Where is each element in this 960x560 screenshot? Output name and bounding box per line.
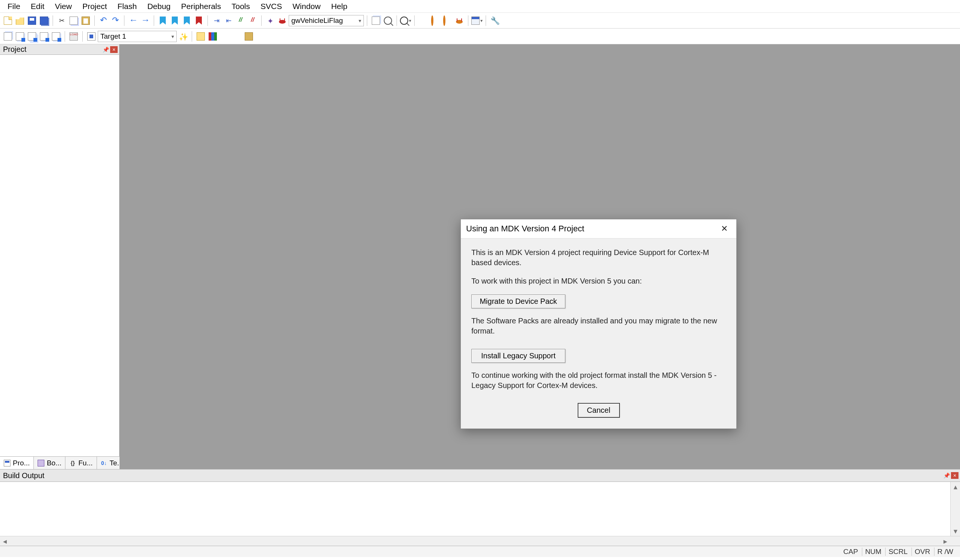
target-options-button[interactable]	[86, 31, 97, 42]
project-panel-label: Project	[3, 45, 26, 54]
indent-button[interactable]: ⇥	[211, 15, 222, 26]
redo-icon: ↷	[111, 16, 120, 25]
dialog-lead-text: To work with this project in MDK Version…	[471, 276, 726, 286]
bookmark-clear-button[interactable]	[193, 15, 205, 26]
project-panel: Project 📌 × Pro... Bo... {}Fu... 0↓Te...	[0, 44, 120, 469]
bookmark-prev-icon	[172, 16, 178, 25]
templates-tab-icon: 0↓	[101, 460, 107, 466]
download-icon: LOAD	[70, 32, 78, 41]
arrow-right-icon: →	[141, 16, 149, 25]
configure-button[interactable]: 🔧	[489, 15, 500, 26]
bookmark-clear-icon	[196, 16, 202, 25]
zoom-button[interactable]: ▾	[400, 15, 411, 26]
menu-window[interactable]: Window	[287, 0, 326, 13]
nav-back-button[interactable]: ←	[127, 15, 139, 26]
menu-edit[interactable]: Edit	[26, 0, 50, 13]
save-all-button[interactable]	[38, 15, 50, 26]
tab-functions[interactable]: {}Fu...	[66, 457, 97, 469]
manage-rte-button[interactable]	[219, 31, 230, 42]
project-tree[interactable]	[0, 55, 119, 456]
toolbar-build: LOAD Target 1 ▾ ✨	[0, 29, 960, 44]
menu-peripherals[interactable]: Peripherals	[176, 0, 226, 13]
bookmark-prev-button[interactable]	[169, 15, 181, 26]
save-icon	[28, 16, 36, 25]
pack-installer-button[interactable]	[231, 31, 242, 42]
menu-help[interactable]: Help	[326, 0, 353, 13]
status-cap: CAP	[840, 547, 861, 556]
panel-close-button[interactable]: ×	[951, 472, 958, 479]
save-button[interactable]	[26, 15, 38, 26]
close-icon: ×	[953, 472, 956, 479]
uncomment-button[interactable]: //	[247, 15, 258, 26]
debug-button[interactable]	[277, 15, 288, 26]
rebuild-button[interactable]	[26, 31, 38, 42]
panel-pin-button[interactable]: 📌	[943, 472, 950, 479]
install-legacy-support-button[interactable]: Install Legacy Support	[471, 349, 565, 363]
scroll-up-button[interactable]: ▴	[950, 482, 960, 491]
bookmark-icon	[160, 16, 166, 25]
scroll-down-button[interactable]: ▾	[950, 526, 960, 536]
comment-icon: //	[237, 16, 245, 25]
menu-svcs[interactable]: SVCS	[255, 0, 287, 13]
manage-books-button[interactable]	[207, 31, 218, 42]
dialog-close-button[interactable]: ✕	[718, 223, 731, 235]
breakpoint-disable-button[interactable]	[430, 15, 441, 26]
file-ext-button[interactable]	[195, 31, 206, 42]
breakpoint-button[interactable]	[418, 15, 429, 26]
tab-project[interactable]: Pro...	[0, 457, 34, 469]
target-combo-value: Target 1	[100, 32, 126, 41]
find-in-files-button[interactable]	[382, 15, 394, 26]
copy-button[interactable]	[68, 15, 79, 26]
menu-file[interactable]: File	[2, 0, 26, 13]
horizontal-scrollbar[interactable]: ◂ ▸	[0, 536, 960, 546]
menu-view[interactable]: View	[50, 0, 77, 13]
pack-button[interactable]	[243, 31, 254, 42]
migrate-device-pack-button[interactable]: Migrate to Device Pack	[471, 294, 565, 308]
menu-flash[interactable]: Flash	[112, 0, 142, 13]
target-combo[interactable]: Target 1 ▾	[98, 31, 177, 42]
build-button[interactable]	[14, 31, 26, 42]
new-file-button[interactable]	[2, 15, 14, 26]
options-button[interactable]: ✨	[178, 31, 189, 42]
menu-project[interactable]: Project	[77, 0, 112, 13]
stop-build-button[interactable]	[50, 31, 62, 42]
find-in-files-icon	[384, 16, 392, 25]
batch-build-button[interactable]	[38, 31, 50, 42]
nav-forward-button[interactable]: →	[139, 15, 151, 26]
goto-icon	[372, 16, 380, 25]
outdent-button[interactable]: ⇤	[223, 15, 234, 26]
menu-debug[interactable]: Debug	[142, 0, 176, 13]
macro-button[interactable]: ✦	[265, 15, 276, 26]
bookmark-toggle-button[interactable]	[157, 15, 168, 26]
redo-button[interactable]: ↷	[110, 15, 121, 26]
tab-books[interactable]: Bo...	[34, 457, 66, 469]
separator	[261, 15, 262, 26]
paste-icon	[82, 16, 90, 25]
breakpoint-window-button[interactable]	[454, 15, 465, 26]
download-button[interactable]: LOAD	[68, 31, 79, 42]
build-output-body[interactable]: ▴ ▾	[0, 482, 960, 536]
scroll-right-button[interactable]: ▸	[941, 536, 950, 546]
cut-button[interactable]: ✂	[56, 15, 67, 26]
vertical-scrollbar[interactable]: ▴ ▾	[950, 482, 960, 536]
save-all-icon	[40, 16, 48, 25]
breakpoint-kill-button[interactable]	[442, 15, 453, 26]
books-icon	[209, 32, 217, 41]
search-combo[interactable]: gwVehicleLiFlag ▾	[289, 15, 364, 26]
paste-button[interactable]	[80, 15, 91, 26]
mdk-migration-dialog: Using an MDK Version 4 Project ✕ This is…	[461, 219, 737, 429]
undo-button[interactable]: ↶	[98, 15, 109, 26]
window-button[interactable]: ▾	[471, 15, 483, 26]
menu-tools[interactable]: Tools	[226, 0, 255, 13]
open-file-button[interactable]	[14, 15, 26, 26]
translate-button[interactable]	[2, 31, 14, 42]
panel-close-button[interactable]: ×	[110, 46, 118, 53]
cancel-button[interactable]: Cancel	[578, 404, 619, 417]
comment-button[interactable]: //	[235, 15, 246, 26]
bookmark-next-button[interactable]	[181, 15, 192, 26]
breakpoint-empty-icon	[431, 15, 434, 26]
chevron-down-icon: ▾	[480, 18, 483, 23]
scroll-left-button[interactable]: ◂	[0, 536, 10, 546]
panel-pin-button[interactable]: 📌	[102, 46, 109, 53]
goto-button[interactable]	[370, 15, 381, 26]
